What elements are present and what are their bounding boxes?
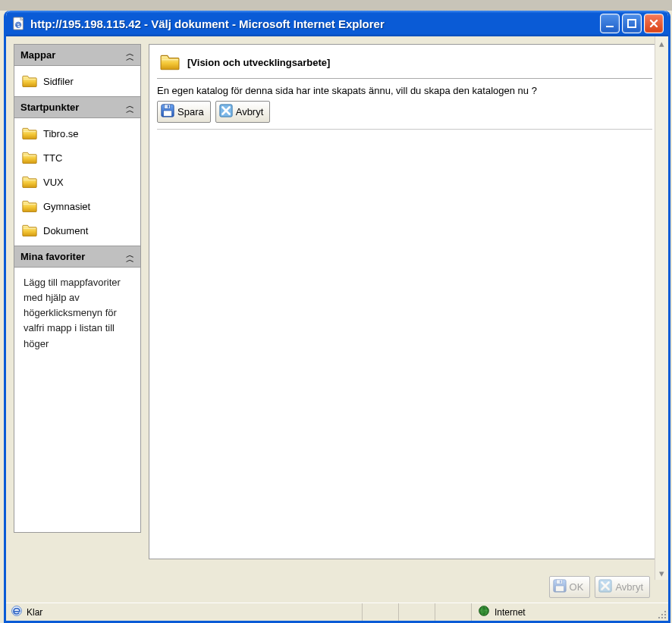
dialog-bottom-buttons: OK Avbryt — [549, 576, 650, 598]
svg-rect-11 — [606, 26, 614, 27]
statusbar: Klar Internet — [6, 603, 668, 621]
ok-button[interactable]: OK — [549, 576, 591, 598]
zone-text: Internet — [495, 607, 526, 618]
scroll-up-arrow-icon[interactable]: ▴ — [656, 36, 668, 50]
statusbar-status-cell: Klar — [6, 603, 363, 621]
cancel-x-icon — [598, 579, 612, 595]
folder-icon — [160, 54, 180, 70]
status-text: Klar — [27, 607, 42, 618]
folder-icon — [22, 199, 37, 213]
sidebar-items-mappar: Sidfiler — [14, 66, 140, 96]
main-heading: [Vision och utvecklingsarbete] — [157, 51, 652, 79]
globe-icon — [478, 605, 490, 619]
button-label: Avbryt — [615, 581, 643, 593]
statusbar-empty-cell — [435, 603, 472, 621]
window-title: http://195.198.115.42 - Välj dokument - … — [30, 17, 600, 30]
sidebar-header-label: Mina favoriter — [20, 251, 85, 262]
sidebar-item-sidfiler[interactable]: Sidfiler — [14, 69, 140, 93]
ie-icon — [11, 605, 23, 619]
statusbar-empty-cell — [399, 603, 435, 621]
sidebar-section-favoriter: Mina favoriter ︿︿ Lägg till mappfavorite… — [14, 246, 140, 359]
sidebar-header-mappar[interactable]: Mappar ︿︿ — [14, 45, 140, 66]
cancel-button[interactable]: Avbryt — [215, 101, 271, 123]
vertical-scrollbar[interactable]: ▴ ▾ — [655, 36, 668, 580]
main-panel: [Vision och utvecklingsarbete] En egen k… — [149, 44, 661, 559]
sidebar-item-label: Dokument — [43, 225, 88, 236]
sidebar-header-favoriter[interactable]: Mina favoriter ︿︿ — [14, 246, 140, 268]
sidebar-item-gymnasiet[interactable]: Gymnasiet — [14, 194, 140, 218]
sidebar-item-tibro[interactable]: Tibro.se — [14, 121, 140, 146]
sidebar-item-label: Tibro.se — [43, 128, 78, 139]
browser-window: http://195.198.115.42 - Välj dokument - … — [4, 11, 670, 623]
sidebar-header-startpunkter[interactable]: Startpunkter ︿︿ — [14, 96, 140, 118]
button-label: OK — [570, 581, 584, 593]
floppy-icon — [553, 579, 567, 595]
cancel-x-icon — [219, 104, 233, 120]
folder-icon — [22, 175, 37, 189]
collapse-chevrons-icon: ︿︿ — [126, 103, 134, 112]
client-area: Mappar ︿︿ Sidfiler Startpunkter ︿︿ — [6, 36, 668, 621]
content-row: Mappar ︿︿ Sidfiler Startpunkter ︿︿ — [6, 36, 668, 621]
resize-grip[interactable] — [652, 603, 668, 621]
desktop-background-strip — [0, 0, 672, 11]
cancel-bottom-button[interactable]: Avbryt — [595, 576, 650, 598]
sidebar-item-label: TTC — [43, 152, 62, 164]
save-button[interactable]: Spara — [157, 101, 211, 123]
sidebar-favorites-help-text: Lägg till mappfavoriter med hjälp av hög… — [14, 268, 140, 359]
sidebar-items-startpunkter: Tibro.se TTC VUX Gymnasiet — [14, 118, 140, 246]
sidebar-header-label: Mappar — [20, 49, 55, 61]
sidebar-item-vux[interactable]: VUX — [14, 170, 140, 194]
collapse-chevrons-icon: ︿︿ — [126, 252, 134, 261]
sidebar-item-label: Sidfiler — [43, 76, 74, 87]
main-body: En egen katalog för denna sida har inte … — [157, 79, 652, 130]
folder-icon — [22, 151, 37, 164]
app-page-icon — [12, 17, 26, 30]
sidebar-item-label: Gymnasiet — [43, 201, 90, 212]
button-label: Avbryt — [236, 106, 264, 117]
folder-icon — [22, 127, 37, 140]
sidebar-header-label: Startpunkter — [20, 102, 79, 113]
sidebar-section-startpunkter: Startpunkter ︿︿ Tibro.se TTC — [14, 96, 140, 246]
prompt-text: En egen katalog för denna sida har inte … — [157, 85, 652, 96]
sidebar-item-dokument[interactable]: Dokument — [14, 218, 140, 243]
prompt-button-row: Spara Avbryt — [157, 101, 652, 130]
minimize-button[interactable] — [600, 14, 620, 33]
scroll-down-arrow-icon[interactable]: ▾ — [656, 566, 668, 580]
main-heading-text: [Vision och utvecklingsarbete] — [187, 57, 330, 68]
folder-icon — [22, 74, 37, 88]
floppy-icon — [161, 104, 174, 120]
sidebar-section-mappar: Mappar ︿︿ Sidfiler — [14, 45, 140, 96]
button-label: Spara — [177, 106, 204, 117]
statusbar-zone-cell: Internet — [472, 603, 652, 621]
sidebar-item-label: VUX — [43, 177, 64, 188]
close-button[interactable] — [644, 14, 664, 33]
svg-rect-12 — [628, 20, 636, 27]
titlebar[interactable]: http://195.198.115.42 - Välj dokument - … — [6, 11, 668, 36]
sidebar-item-ttc[interactable]: TTC — [14, 146, 140, 170]
maximize-button[interactable] — [622, 14, 642, 33]
sidebar: Mappar ︿︿ Sidfiler Startpunkter ︿︿ — [14, 44, 141, 533]
folder-icon — [22, 224, 37, 237]
statusbar-empty-cell — [363, 603, 399, 621]
collapse-chevrons-icon: ︿︿ — [126, 51, 134, 60]
window-buttons — [600, 14, 664, 33]
